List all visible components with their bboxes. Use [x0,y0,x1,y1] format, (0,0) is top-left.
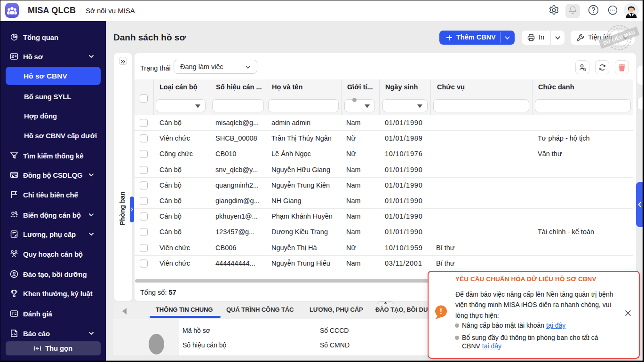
svg-text:!: ! [440,307,442,315]
